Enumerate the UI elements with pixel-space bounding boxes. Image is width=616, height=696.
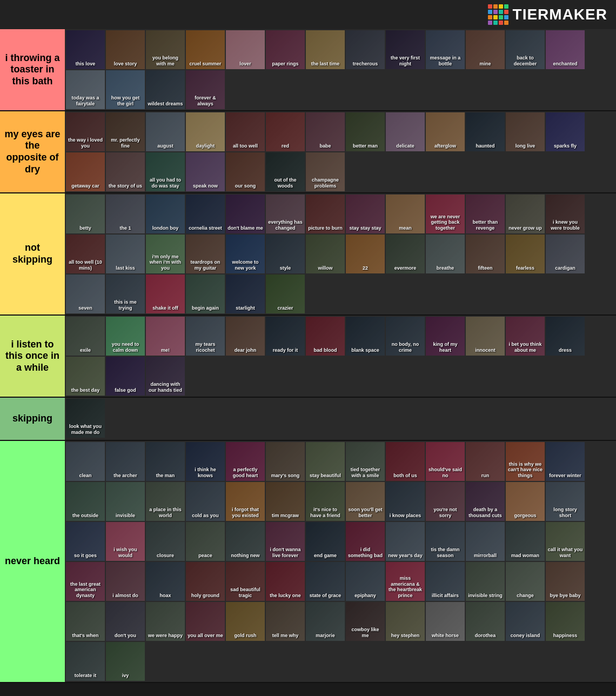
song-card[interactable]: hey stephen (386, 602, 425, 641)
song-card[interactable]: willow (306, 235, 345, 273)
song-card[interactable]: i knew you were trouble (546, 195, 585, 233)
song-card[interactable]: you all over me (186, 602, 225, 641)
song-card[interactable]: the last great american dynasty (66, 562, 105, 601)
song-card[interactable]: mr. perfectly fine (106, 112, 145, 151)
song-card[interactable]: a perfectly good heart (226, 442, 265, 481)
song-card[interactable]: red (266, 112, 305, 151)
song-card[interactable]: cowboy like me (346, 602, 385, 641)
song-card[interactable]: evermore (386, 235, 425, 273)
song-card[interactable]: style (266, 235, 305, 273)
song-card[interactable]: wildest dreams (146, 70, 185, 109)
song-card[interactable]: forever & always (186, 70, 225, 109)
song-card[interactable]: the last time (306, 30, 345, 69)
song-card[interactable]: dancing with our hands tied (146, 357, 185, 396)
song-card[interactable]: happiness (546, 602, 585, 641)
song-card[interactable]: betty (66, 195, 105, 233)
song-card[interactable]: miss americana & the heartbreak prince (386, 562, 425, 601)
song-card[interactable]: mean (386, 195, 425, 233)
song-card[interactable]: the very first night (386, 30, 425, 69)
song-card[interactable]: tell me why (266, 602, 305, 641)
song-card[interactable]: the outside (66, 482, 105, 521)
song-card[interactable]: this love (66, 30, 105, 69)
song-card[interactable]: no body, no crime (386, 317, 425, 356)
song-card[interactable]: champagne problems (306, 152, 345, 191)
song-card[interactable]: message in a bottle (426, 30, 465, 69)
song-card[interactable]: blank space (346, 317, 385, 356)
song-card[interactable]: exile (66, 317, 105, 356)
song-card[interactable]: marjorie (306, 602, 345, 641)
song-card[interactable]: stay beautiful (306, 442, 345, 481)
song-card[interactable]: that's when (66, 602, 105, 641)
song-card[interactable]: the archer (106, 442, 145, 481)
song-card[interactable]: the 1 (106, 195, 145, 233)
song-card[interactable]: getaway car (66, 152, 105, 191)
song-card[interactable]: don't blame me (226, 195, 265, 233)
song-card[interactable]: invisible string (466, 562, 505, 601)
song-card[interactable]: you're not sorry (426, 482, 465, 521)
song-card[interactable]: dorothea (466, 602, 505, 641)
song-card[interactable]: the best day (66, 357, 105, 396)
song-card[interactable]: mary's song (266, 442, 305, 481)
song-card[interactable]: shake it off (146, 275, 185, 313)
song-card[interactable]: tis the damn season (426, 522, 465, 561)
song-card[interactable]: how you get the girl (106, 70, 145, 109)
song-card[interactable]: last kiss (106, 235, 145, 273)
song-card[interactable]: the lucky one (266, 562, 305, 601)
song-card[interactable]: our song (226, 152, 265, 191)
song-card[interactable]: cruel summer (186, 30, 225, 69)
song-card[interactable]: i know places (386, 482, 425, 521)
song-card[interactable]: state of grace (306, 562, 345, 601)
song-card[interactable]: mad woman (506, 522, 545, 561)
song-card[interactable]: king of my heart (426, 317, 465, 356)
song-card[interactable]: gold rush (226, 602, 265, 641)
song-card[interactable]: soon you'll get better (346, 482, 385, 521)
song-card[interactable]: end game (306, 522, 345, 561)
song-card[interactable]: tolerate it (66, 642, 105, 681)
song-card[interactable]: crazier (266, 275, 305, 313)
song-card[interactable]: delicate (386, 112, 425, 151)
song-card[interactable]: 22 (346, 235, 385, 273)
song-card[interactable]: new year's day (386, 522, 425, 561)
song-card[interactable]: starlight (226, 275, 265, 313)
song-card[interactable]: love story (106, 30, 145, 69)
song-card[interactable]: this is me trying (106, 275, 145, 313)
song-card[interactable]: illicit affairs (426, 562, 465, 601)
song-card[interactable]: call it what you want (546, 522, 585, 561)
song-card[interactable]: babe (306, 112, 345, 151)
song-card[interactable]: i forgot that you existed (226, 482, 265, 521)
song-card[interactable]: white horse (426, 602, 465, 641)
song-card[interactable]: daylight (186, 112, 225, 151)
song-card[interactable]: afterglow (426, 112, 465, 151)
song-card[interactable]: you need to calm down (106, 317, 145, 356)
song-card[interactable]: look what you made me do (66, 399, 105, 438)
song-card[interactable]: coney island (506, 602, 545, 641)
song-card[interactable]: i almost do (106, 562, 145, 601)
song-card[interactable]: tim mcgraw (266, 482, 305, 521)
song-card[interactable]: i don't wanna live forever (266, 522, 305, 561)
song-card[interactable]: holy ground (186, 562, 225, 601)
song-card[interactable]: i did something bad (346, 522, 385, 561)
song-card[interactable]: bad blood (306, 317, 345, 356)
song-card[interactable]: so it goes (66, 522, 105, 561)
song-card[interactable]: cardigan (546, 235, 585, 273)
song-card[interactable]: we are never getting back together (426, 195, 465, 233)
song-card[interactable]: my tears ricochet (186, 317, 225, 356)
song-card[interactable]: haunted (466, 112, 505, 151)
song-card[interactable]: all too well (226, 112, 265, 151)
song-card[interactable]: gorgeous (506, 482, 545, 521)
song-card[interactable]: today was a fairytale (66, 70, 105, 109)
song-card[interactable]: a place in this world (146, 482, 185, 521)
song-card[interactable]: it's nice to have a friend (306, 482, 345, 521)
song-card[interactable]: false god (106, 357, 145, 396)
song-card[interactable]: don't you (106, 602, 145, 641)
song-card[interactable]: i'm only me when i'm with you (146, 235, 185, 273)
song-card[interactable]: stay stay stay (346, 195, 385, 233)
song-card[interactable]: sad beautiful tragic (226, 562, 265, 601)
song-card[interactable]: trecherous (346, 30, 385, 69)
song-card[interactable]: change (506, 562, 545, 601)
song-card[interactable]: i wish you would (106, 522, 145, 561)
song-card[interactable]: welcome to new york (226, 235, 265, 273)
song-card[interactable]: august (146, 112, 185, 151)
song-card[interactable]: epiphany (346, 562, 385, 601)
song-card[interactable]: mirrorball (466, 522, 505, 561)
